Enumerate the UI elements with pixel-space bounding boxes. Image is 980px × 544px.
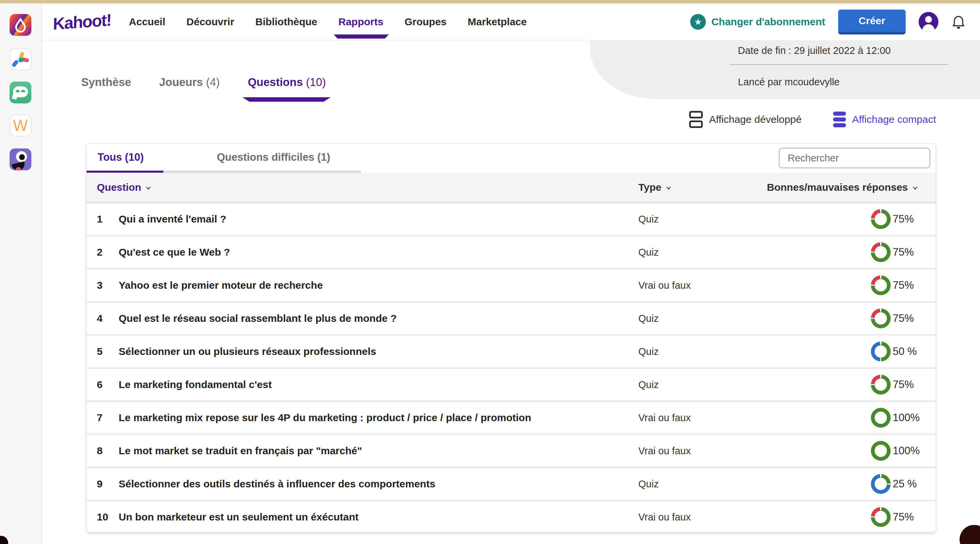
correct-percentage: 75% [893,511,914,523]
question-row[interactable]: 2 Qu'est ce que le Web ? Quiz 75% [87,236,935,270]
monster-eye [16,151,27,162]
avatar[interactable] [919,12,939,32]
chevron-down-icon [145,184,152,192]
w-letter: W [10,116,31,135]
question-text: Quel est le réseau social rassemblant le… [119,313,638,324]
report-meta-panel: Date de fin : 29 juillet 2022 à 12:00 La… [590,40,980,99]
kahoot-logo[interactable]: Kahoot! [53,10,111,34]
filter-bar: Tous (10) Questions difficiles (1) [87,144,935,173]
compact-view-label: Affichage compact [852,114,936,125]
column-header-question[interactable]: Question [97,173,152,202]
question-number: 7 [97,412,119,424]
chatbot-left-eye [16,90,20,92]
correct-percentage: 75% [893,378,914,391]
chatbot-app-icon[interactable] [10,81,31,104]
nav-item-groupes[interactable]: Groupes [404,5,446,38]
question-result: 75% [871,242,935,262]
filter-tab-difficult[interactable]: Questions difficiles (1) [217,144,330,171]
tab-label: Synthèse [81,76,131,88]
nav-item-accueil[interactable]: Accueil [129,5,165,38]
expanded-view-button[interactable]: Affichage développé [689,111,801,128]
nav-item-marketplace[interactable]: Marketplace [468,5,527,38]
search-input[interactable] [779,148,930,168]
asterisk-teal-dot [18,58,23,62]
question-row[interactable]: 7 Le marketing mix repose sur les 4P du … [87,402,935,435]
tab-label: Joueurs [159,76,203,88]
correct-ratio-donut [871,375,891,394]
asterisk-app-icon[interactable] [10,48,31,70]
compact-view-button[interactable]: Affichage compact [833,112,936,127]
window-top-strip [0,0,980,3]
correct-ratio-donut [871,209,891,229]
question-type: Vrai ou faux [638,512,871,523]
question-row[interactable]: 10 Un bon marketeur est un seulement un … [87,501,935,533]
question-text: Yahoo est le premier moteur de recherche [119,279,638,291]
tab-label: Questions [248,76,303,88]
correct-percentage: 75% [893,246,914,258]
tab-synthese[interactable]: Synthèse [81,76,131,96]
correct-percentage: 75% [893,279,914,292]
app-dock: W [0,3,42,544]
question-number: 5 [97,346,119,357]
question-text: Un bon marketeur est un seulement un éxé… [119,511,638,523]
active-nav-underline [334,35,389,38]
w-letter-app-icon[interactable]: W [10,115,31,137]
main-nav: Accueil Découvrir Bibliothèque Rapports … [129,5,527,38]
nav-item-rapports[interactable]: Rapports [339,5,383,38]
question-row[interactable]: 3 Yahoo est le premier moteur de recherc… [87,270,935,303]
change-subscription-link[interactable]: ★ Changer d'abonnement [690,14,825,30]
tab-joueurs[interactable]: Joueurs (4) [159,76,220,96]
question-row[interactable]: 5 Sélectionner un ou plusieurs réseaux p… [87,336,935,369]
correct-ratio-donut [871,242,891,262]
question-number: 2 [97,246,119,258]
create-button[interactable]: Créer [838,10,906,35]
column-header-result[interactable]: Bonnes/mauvaises réponses [767,173,919,202]
tab-count: (4) [206,76,220,88]
change-subscription-label: Changer d'abonnement [711,16,825,28]
correct-ratio-donut [871,408,891,428]
meta-divider [730,64,948,65]
nav-item-decouvrir[interactable]: Découvrir [186,5,234,38]
question-result: 75% [871,275,935,295]
question-row[interactable]: 4 Quel est le réseau social rassemblant … [87,303,935,336]
correct-ratio-donut [871,507,891,527]
column-label: Type [638,182,662,193]
question-row[interactable]: 9 Sélectionner des outils destinés à inf… [87,468,935,501]
question-type: Quiz [638,214,871,225]
filter-tab-all[interactable]: Tous (10) [97,144,144,171]
monster-app-icon[interactable] [10,148,31,170]
question-number: 8 [97,445,119,456]
question-result: 75% [871,507,935,527]
droplet-icon [14,18,27,32]
question-result: 50 % [871,341,935,361]
correct-percentage: 75% [893,312,914,325]
correct-ratio-donut [871,308,891,328]
nav-item-bibliotheque[interactable]: Bibliothèque [255,5,317,38]
report-tabs: Synthèse Joueurs (4) Questions (10) [81,76,326,96]
column-header-type[interactable]: Type [638,173,673,202]
question-text: Le marketing fondamental c'est [119,379,638,391]
question-number: 9 [97,478,119,490]
question-text: Qui a inventé l'email ? [119,213,638,225]
question-row[interactable]: 8 Le mot market se traduit en français p… [87,435,935,468]
rainbow-drop-app-icon[interactable] [10,14,31,36]
avatar-person-icon [925,16,932,23]
question-result: 100% [871,408,935,428]
correct-ratio-donut [871,275,891,295]
expanded-view-label: Affichage développé [709,114,801,125]
question-number: 6 [97,379,119,391]
compact-view-icon [833,112,846,127]
question-row[interactable]: 1 Qui a inventé l'email ? Quiz 75% [87,203,935,236]
tab-questions[interactable]: Questions (10) [248,76,326,96]
question-number: 10 [97,511,119,523]
notifications-bell-icon[interactable] [951,14,966,30]
question-text: Sélectionner un ou plusieurs réseaux pro… [119,346,638,357]
question-result: 75% [871,375,935,394]
question-row[interactable]: 6 Le marketing fondamental c'est Quiz 75… [87,369,935,402]
active-tab-underline [242,97,331,102]
top-navigation-bar: Kahoot! Accueil Découvrir Bibliothèque R… [42,3,980,41]
question-text: Le marketing mix repose sur les 4P du ma… [119,412,638,424]
tab-count: (10) [306,76,326,88]
correct-percentage: 75% [893,213,914,225]
chevron-down-icon [912,184,919,192]
